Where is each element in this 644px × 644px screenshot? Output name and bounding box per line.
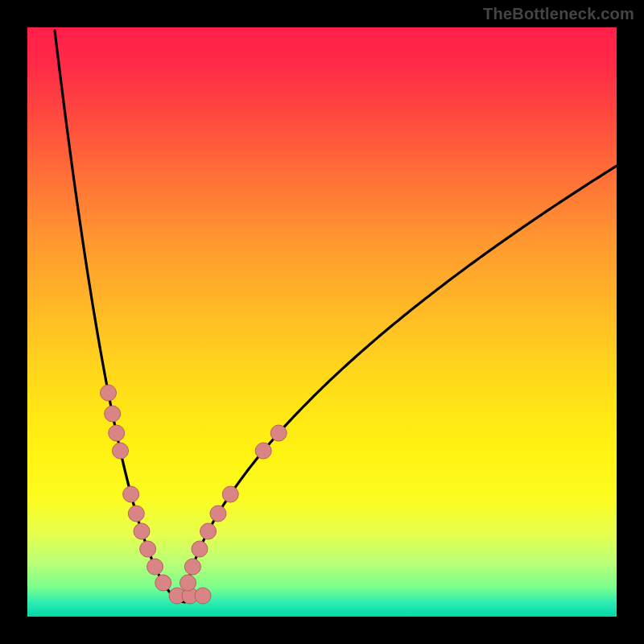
curve-marker [140, 541, 156, 557]
watermark-text: TheBottleneck.com [483, 5, 634, 23]
curve-marker [101, 385, 117, 401]
curve-marker [155, 575, 171, 591]
curve-marker [222, 486, 238, 502]
curve-marker [270, 425, 287, 441]
curve-marker [255, 443, 271, 459]
curve-marker [180, 575, 196, 591]
curve-marker [184, 559, 200, 575]
curve-marker [128, 506, 144, 522]
curve-marker [210, 506, 226, 522]
curve-marker [192, 541, 208, 557]
chart-background [27, 27, 617, 617]
curve-marker [113, 443, 129, 459]
curve-marker [105, 406, 121, 422]
curve-marker [109, 425, 125, 441]
curve-marker [195, 588, 211, 604]
curve-marker [200, 523, 217, 539]
curve-marker [147, 559, 163, 575]
chart-svg [0, 0, 644, 644]
curve-marker [123, 486, 139, 502]
curve-marker [134, 523, 150, 539]
chart-stage: TheBottleneck.com [0, 0, 644, 644]
